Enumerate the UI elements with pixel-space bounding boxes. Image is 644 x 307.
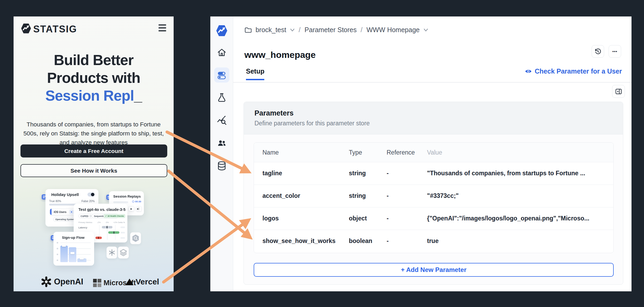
breadcrumb: brock_test / Parameter Stores / WWW Home… bbox=[244, 26, 428, 34]
metrics-col-header: Primary Metrics bbox=[78, 221, 92, 224]
segment-label: iOS Users bbox=[54, 211, 66, 214]
delta-col-header: Delta % bbox=[118, 221, 125, 224]
cuped-chip[interactable]: CUPED bbox=[78, 214, 94, 218]
param-name: tagline bbox=[262, 170, 282, 177]
menu-icon[interactable] bbox=[158, 24, 166, 31]
typing-cursor: _ bbox=[134, 87, 142, 104]
param-value: "#3373cc;" bbox=[427, 192, 459, 199]
check-parameter-link[interactable]: Check Parameter for a User bbox=[525, 67, 622, 75]
tab-setup[interactable]: Setup bbox=[246, 67, 264, 80]
folder-icon bbox=[244, 26, 252, 33]
hero-heading-accent: Session Repl bbox=[45, 87, 134, 104]
partner-name: OpenAI bbox=[54, 277, 83, 287]
tick-label: -2% bbox=[97, 221, 101, 224]
history-button[interactable] bbox=[592, 45, 604, 58]
ci-bar-engagement bbox=[95, 237, 102, 239]
sidebar-item-data[interactable] bbox=[216, 160, 227, 172]
mockup-card-title: Sign-up Flow bbox=[62, 236, 85, 240]
mockup-card-title: Holiday Upsell bbox=[51, 192, 79, 197]
more-options-button[interactable]: ••• bbox=[609, 45, 621, 58]
parameters-subtitle: Define parameters for this parameter sto… bbox=[254, 120, 612, 127]
play-button[interactable]: ▶ bbox=[128, 206, 134, 211]
openai-logo-icon bbox=[40, 276, 52, 288]
toggles-icon bbox=[217, 70, 227, 80]
partner-name: Vercel bbox=[136, 277, 159, 286]
param-reference: - bbox=[387, 215, 389, 222]
flag-false-label: False 20% bbox=[81, 199, 95, 203]
page-title: www_homepage bbox=[244, 50, 316, 60]
skip-button[interactable]: ▶▏ bbox=[136, 206, 142, 211]
dropdown-label: Operating System bbox=[55, 218, 75, 221]
table-row[interactable]: logos object - {"OpenAI":"/images/logos/… bbox=[254, 207, 613, 230]
column-header-value: Value bbox=[427, 149, 442, 156]
sidebar-item-parameter-stores[interactable] bbox=[214, 67, 229, 83]
sidebar-item-users[interactable] bbox=[217, 138, 227, 148]
table-row[interactable]: show_see_how_it_works boolean - true bbox=[254, 230, 613, 253]
breadcrumb-project[interactable]: brock_test bbox=[256, 26, 286, 34]
hero-heading-line3: Session Repl_ bbox=[14, 88, 174, 103]
parameters-card-header: Parameters Define parameters for this pa… bbox=[244, 102, 623, 134]
vercel-logo-icon bbox=[125, 278, 134, 285]
replay-timestamp: 00:30 bbox=[132, 200, 141, 203]
hero-heading-line2: Products with bbox=[14, 71, 174, 85]
breadcrumb-section[interactable]: Parameter Stores bbox=[304, 26, 357, 34]
column-header-reference: Reference bbox=[387, 149, 415, 156]
parameters-card: Parameters Define parameters for this pa… bbox=[244, 102, 623, 285]
sidebar-statsig-logo[interactable] bbox=[215, 24, 228, 37]
database-icon bbox=[216, 160, 227, 172]
param-reference: - bbox=[387, 237, 389, 245]
chevron-down-icon[interactable] bbox=[290, 28, 295, 32]
param-type: string bbox=[349, 170, 366, 177]
funnel-bar-2 bbox=[69, 247, 76, 262]
ellipsis-icon: ••• bbox=[612, 49, 617, 54]
statsig-website-preview: STATSIG Build Better Products with Sessi… bbox=[14, 16, 174, 291]
console-content: brock_test / Parameter Stores / WWW Home… bbox=[233, 16, 632, 291]
statsig-logo-icon bbox=[20, 22, 32, 35]
panel-collapse-icon bbox=[615, 88, 622, 95]
partner-openai: OpenAI bbox=[40, 276, 83, 288]
breadcrumb-current[interactable]: WWW Homepage bbox=[366, 26, 420, 34]
info-icon bbox=[90, 215, 91, 217]
chevron-down-icon[interactable] bbox=[424, 28, 428, 32]
param-type: boolean bbox=[349, 237, 372, 245]
sidebar-item-experiments[interactable] bbox=[216, 92, 227, 103]
param-name: accent_color bbox=[262, 192, 300, 199]
eye-icon bbox=[525, 69, 532, 74]
funnel-bar-1 bbox=[60, 246, 68, 262]
parameters-title: Parameters bbox=[254, 109, 612, 117]
breadcrumb-separator: / bbox=[299, 26, 300, 34]
segment-card: iOS Users ● bbox=[50, 208, 75, 215]
sidebar-item-metrics[interactable] bbox=[216, 115, 227, 126]
sidebar-item-home[interactable] bbox=[217, 48, 227, 58]
signup-flow-card: Sign-up Flow bbox=[53, 232, 94, 266]
layers-icon bbox=[120, 249, 127, 256]
microsoft-logo-icon bbox=[93, 279, 101, 287]
brand-wordmark: STATSIG bbox=[33, 24, 77, 35]
create-account-button[interactable]: Create a Free Account bbox=[20, 144, 167, 157]
collapse-panel-button[interactable] bbox=[612, 85, 625, 98]
breadcrumb-separator: / bbox=[361, 26, 362, 34]
mockup-card-title: Test gpt-4o vs. claude-3-5 bbox=[78, 207, 126, 212]
see-how-it-works-button[interactable]: See How it Works bbox=[20, 164, 167, 177]
product-mockups: Holiday Upsell True 80% False 20% iOS Us… bbox=[14, 184, 174, 285]
parameters-table: Name Type Reference Value tagline string… bbox=[254, 142, 614, 253]
table-row[interactable]: accent_color string - "#3373cc;" bbox=[254, 185, 613, 207]
param-reference: - bbox=[387, 192, 389, 199]
partner-vercel: Vercel bbox=[125, 277, 159, 286]
hero-tagline-line1: Thousands of companies, from startups to… bbox=[14, 120, 174, 129]
history-icon bbox=[594, 48, 601, 55]
table-row[interactable]: tagline string - "Thousands of companies… bbox=[254, 162, 613, 185]
param-reference: - bbox=[387, 170, 389, 177]
hexagon-search-icon bbox=[132, 234, 139, 242]
toggle-switch-icon bbox=[87, 193, 95, 197]
sidebar bbox=[210, 16, 233, 291]
hero-tagline-line2: 500s, rely on Statsig: the single platfo… bbox=[14, 129, 174, 138]
add-new-parameter-button[interactable]: + Add New Parameter bbox=[254, 263, 614, 277]
metrics-explorer-icon bbox=[216, 115, 227, 126]
param-name: show_see_how_it_works bbox=[262, 237, 336, 245]
site-header: STATSIG bbox=[14, 16, 174, 40]
param-name: logos bbox=[262, 215, 279, 222]
layers-tile bbox=[118, 246, 129, 259]
tick-label: 0% bbox=[106, 221, 109, 224]
clock-icon bbox=[132, 201, 134, 203]
